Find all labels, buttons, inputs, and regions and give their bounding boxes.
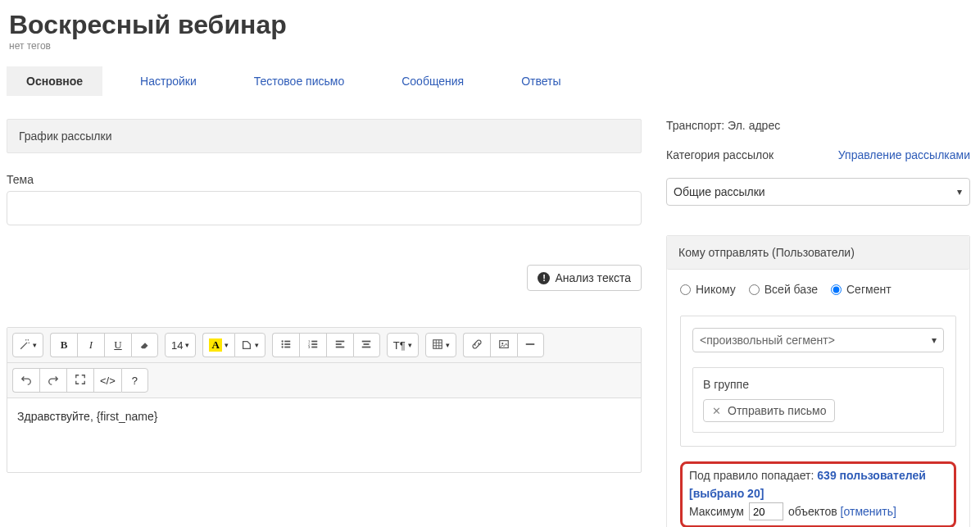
svg-point-2 xyxy=(281,343,283,344)
tabs-bar: Основное Настройки Тестовое письмо Сообщ… xyxy=(7,66,973,96)
svg-rect-7 xyxy=(311,340,317,342)
recipients-header: Кому отправлять (Пользователи) xyxy=(667,236,969,270)
svg-rect-3 xyxy=(284,343,290,345)
svg-rect-9 xyxy=(311,343,317,345)
svg-point-4 xyxy=(281,346,283,348)
ul-button[interactable] xyxy=(272,333,299,357)
analyze-text-label: Анализ текста xyxy=(555,271,631,284)
no-tags-label: нет тегов xyxy=(9,40,973,52)
table-button[interactable]: ▾ xyxy=(425,333,456,357)
transport-label: Транспорт: Эл. адрес xyxy=(666,119,970,132)
cancel-max-link[interactable]: [отменить] xyxy=(841,503,896,521)
chip-label: Отправить письмо xyxy=(728,404,826,417)
side-column: Транспорт: Эл. адрес Категория рассылок … xyxy=(666,119,973,527)
rule-highlight-box: Под правило попадает: 639 пользователей … xyxy=(680,461,956,527)
max-objects-label: объектов xyxy=(788,503,837,521)
magic-button[interactable]: ▾ xyxy=(12,333,43,357)
fullscreen-icon xyxy=(75,374,86,388)
rich-text-editor: ▾ B I U xyxy=(7,327,642,473)
fontsize-label: 14 xyxy=(171,339,183,352)
group-box: В группе ✕ Отправить письмо xyxy=(692,367,944,433)
group-chip[interactable]: ✕ Отправить письмо xyxy=(703,399,835,422)
rule-users-link[interactable]: 639 пользователей xyxy=(817,467,926,485)
caret-icon: ▾ xyxy=(185,341,189,349)
max-prefix: Максимум xyxy=(689,503,744,521)
undo-button[interactable] xyxy=(12,368,39,393)
radio-nobody-input[interactable] xyxy=(680,284,691,295)
fullscreen-button[interactable] xyxy=(66,368,93,393)
hr-icon xyxy=(524,338,536,352)
tab-answers[interactable]: Ответы xyxy=(501,66,580,96)
bgcolor-icon xyxy=(241,339,252,351)
underline-button[interactable]: U xyxy=(104,333,131,357)
font-color-button[interactable]: A▾ xyxy=(202,333,234,357)
exclamation-icon: ! xyxy=(538,272,550,284)
align-left-icon xyxy=(334,338,346,352)
chip-remove-icon[interactable]: ✕ xyxy=(712,405,721,417)
page-title: Воскресный вебинар xyxy=(9,10,973,40)
recipients-panel: Кому отправлять (Пользователи) Никому Вс… xyxy=(666,235,970,527)
caret-icon: ▾ xyxy=(255,341,259,349)
align-center-button[interactable] xyxy=(353,333,380,357)
radio-segment[interactable]: Сегмент xyxy=(831,283,892,296)
eraser-button[interactable] xyxy=(131,333,158,357)
caret-icon: ▾ xyxy=(408,341,412,349)
editor-toolbar-row1: ▾ B I U xyxy=(7,328,641,363)
bold-button[interactable]: B xyxy=(50,333,77,357)
page-root: Воскресный вебинар нет тегов Основное На… xyxy=(0,10,980,527)
link-button[interactable] xyxy=(463,333,490,357)
svg-point-24 xyxy=(501,343,503,344)
paragraph-button[interactable]: T¶▾ xyxy=(387,333,419,357)
redo-button[interactable] xyxy=(39,368,66,393)
radio-nobody-label: Никому xyxy=(696,283,736,296)
tab-main[interactable]: Основное xyxy=(7,66,102,96)
category-select[interactable]: Общие рассылки xyxy=(666,178,970,206)
segment-block: <произвольный сегмент> В группе ✕ Отправ… xyxy=(680,316,956,447)
radio-all-label: Всей базе xyxy=(764,283,818,296)
code-icon: </> xyxy=(100,375,116,387)
fontsize-button[interactable]: 14▾ xyxy=(165,333,196,357)
svg-rect-5 xyxy=(284,346,290,348)
radio-all-input[interactable] xyxy=(749,284,760,295)
svg-rect-17 xyxy=(362,346,371,348)
tab-test-letter[interactable]: Тестовое письмо xyxy=(234,66,364,96)
subject-input[interactable] xyxy=(7,191,642,225)
max-objects-input[interactable] xyxy=(749,502,783,520)
codeview-button[interactable]: </> xyxy=(93,368,121,393)
magic-wand-icon xyxy=(19,338,30,352)
schedule-header: График рассылки xyxy=(7,119,642,153)
table-icon xyxy=(432,338,443,352)
editor-body[interactable]: Здравствуйте, {first_name} xyxy=(7,398,641,472)
svg-rect-14 xyxy=(336,346,345,348)
manage-mailing-link[interactable]: Управление рассылками xyxy=(838,148,970,161)
segment-select[interactable]: <произвольный сегмент> xyxy=(692,328,944,352)
align-left-button[interactable] xyxy=(326,333,353,357)
tab-settings[interactable]: Настройки xyxy=(120,66,216,96)
svg-rect-13 xyxy=(336,343,342,345)
radio-all[interactable]: Всей базе xyxy=(749,283,818,296)
radio-nobody[interactable]: Никому xyxy=(680,283,736,296)
bg-color-button[interactable]: ▾ xyxy=(234,333,265,357)
ol-icon: 123 xyxy=(307,338,319,352)
svg-rect-16 xyxy=(364,343,370,345)
analyze-text-button[interactable]: ! Анализ текста xyxy=(527,265,642,291)
help-icon: ? xyxy=(132,375,138,387)
radio-segment-input[interactable] xyxy=(831,284,842,295)
hr-button[interactable] xyxy=(517,333,544,357)
image-icon xyxy=(498,338,510,352)
caret-icon: ▾ xyxy=(225,341,229,349)
subject-label: Тема xyxy=(7,173,642,186)
help-button[interactable]: ? xyxy=(121,368,148,393)
svg-rect-25 xyxy=(526,343,535,345)
svg-rect-12 xyxy=(336,340,345,342)
ol-button[interactable]: 123 xyxy=(299,333,326,357)
rule-selected-link[interactable]: [выбрано 20] xyxy=(689,487,764,500)
rule-prefix: Под правило попадает: xyxy=(689,467,814,485)
undo-icon xyxy=(20,374,32,388)
ul-icon xyxy=(280,338,292,352)
tab-messages[interactable]: Сообщения xyxy=(382,66,483,96)
svg-rect-15 xyxy=(362,340,371,342)
italic-button[interactable]: I xyxy=(77,333,104,357)
image-button[interactable] xyxy=(490,333,517,357)
radio-segment-label: Сегмент xyxy=(846,283,892,296)
